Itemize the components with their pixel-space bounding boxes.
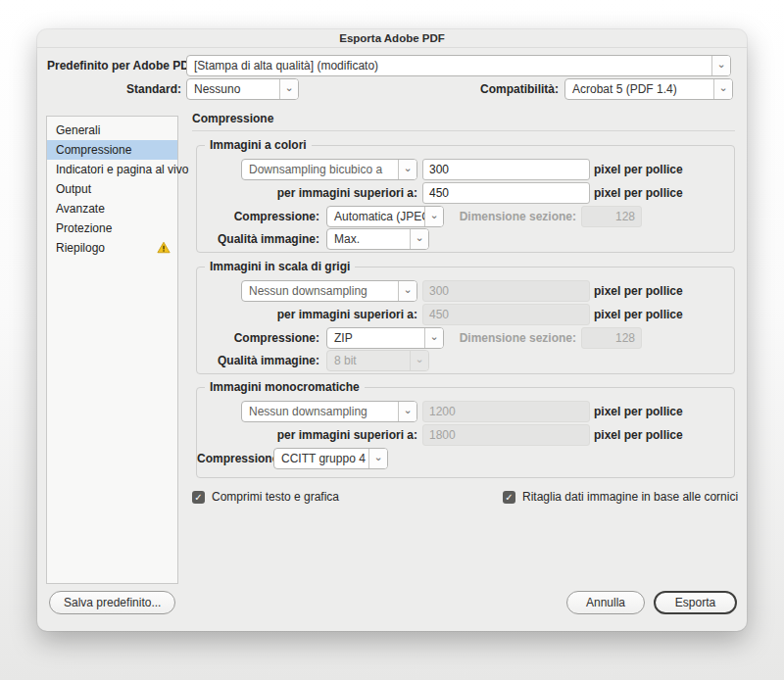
sidebar-item-compressione[interactable]: Compressione <box>47 140 177 160</box>
chevron-down-icon <box>279 79 298 99</box>
color-quality-select[interactable]: Max. <box>326 228 429 250</box>
gray-threshold-unit: pixel per pollice <box>594 304 683 325</box>
chevron-down-icon <box>711 56 730 75</box>
color-compression-select[interactable]: Automatica (JPEG) <box>326 206 444 227</box>
color-compression-label: Compressione: <box>197 206 319 227</box>
preset-select[interactable]: [Stampa di alta qualità] (modificato) <box>186 55 731 76</box>
gray-tile-size-label: Dimensione sezione: <box>432 327 576 349</box>
standard-select-value: Nessuno <box>187 79 279 99</box>
gray-quality-select: 8 bit <box>326 350 429 371</box>
checkbox-checked-icon[interactable] <box>192 491 205 504</box>
gray-quality-label: Qualità immagine: <box>197 350 319 371</box>
sidebar-item-indicatori[interactable]: Indicatori e pagina al vivo <box>47 160 177 179</box>
chevron-down-icon <box>410 229 428 249</box>
warning-icon <box>157 241 171 254</box>
mono-threshold-label: per immagini superiori a: <box>197 424 417 446</box>
export-pdf-dialog: Esporta Adobe PDF Predefinito per Adobe … <box>37 29 747 631</box>
chevron-down-icon <box>398 281 416 301</box>
crop-image-data-checkbox-row[interactable]: Ritaglia dati immagine in base alle corn… <box>503 490 738 504</box>
compress-text-checkbox-row[interactable]: Comprimi testo e grafica <box>192 490 339 504</box>
preset-select-value: [Stampa di alta qualità] (modificato) <box>187 56 711 75</box>
gray-compression-label: Compressione: <box>197 327 319 349</box>
heading-separator <box>192 130 735 131</box>
gray-threshold-input: 450 <box>422 304 590 325</box>
color-threshold-label: per immagini superiori a: <box>197 182 417 204</box>
gray-tile-size-input: 128 <box>581 327 642 349</box>
color-downsampling-select[interactable]: Downsampling bicubico a <box>241 159 417 180</box>
compress-text-label: Comprimi testo e grafica <box>212 490 339 504</box>
checkbox-checked-icon[interactable] <box>503 491 515 504</box>
chevron-down-icon <box>713 79 732 99</box>
sidebar-item-riepilogo[interactable]: Riepilogo <box>47 238 177 258</box>
save-preset-button[interactable]: Salva predefinito... <box>49 591 175 614</box>
standard-select[interactable]: Nessuno <box>186 78 299 100</box>
mono-threshold-unit: pixel per pollice <box>594 424 683 446</box>
chevron-down-icon <box>410 351 428 370</box>
panel-heading: Compressione <box>192 112 273 125</box>
gray-compression-select[interactable]: ZIP <box>326 327 444 349</box>
sidebar-item-avanzate[interactable]: Avanzate <box>47 199 177 219</box>
color-tile-size-label: Dimensione sezione: <box>432 206 576 227</box>
gray-resolution-unit: pixel per pollice <box>594 280 683 302</box>
compatibility-label: Compatibilità: <box>331 78 559 100</box>
mono-resolution-input: 1200 <box>422 401 590 422</box>
color-threshold-input[interactable]: 450 <box>422 182 590 204</box>
desktop-background: { "window": { "title": "Esporta Adobe PD… <box>0 0 784 680</box>
mono-compression-label: Compressione: <box>197 448 268 469</box>
sidebar-item-label: Riepilogo <box>56 241 105 255</box>
gray-images-legend: Immagini in scala di grigi <box>205 260 355 273</box>
gray-resolution-input: 300 <box>422 280 590 302</box>
gray-downsampling-select[interactable]: Nessun downsampling <box>241 280 417 302</box>
crop-image-data-label: Ritaglia dati immagine in base alle corn… <box>522 490 738 504</box>
mono-images-legend: Immagini monocromatiche <box>205 380 365 394</box>
color-tile-size-input: 128 <box>581 206 642 227</box>
color-threshold-unit: pixel per pollice <box>594 182 683 204</box>
cancel-button[interactable]: Annulla <box>566 591 645 614</box>
compatibility-select-value: Acrobat 5 (PDF 1.4) <box>565 79 713 99</box>
mono-downsampling-select[interactable]: Nessun downsampling <box>241 401 417 422</box>
color-resolution-input[interactable]: 300 <box>422 159 590 180</box>
color-quality-value: Max. <box>327 229 410 249</box>
chevron-down-icon <box>398 160 416 179</box>
standard-label: Standard: <box>47 78 181 100</box>
gray-quality-value: 8 bit <box>327 351 410 370</box>
color-images-legend: Immagini a colori <box>205 138 312 152</box>
settings-sidebar: Generali Compressione Indicatori e pagin… <box>46 116 178 584</box>
preset-label: Predefinito per Adobe PDF: <box>47 55 181 76</box>
gray-threshold-label: per immagini superiori a: <box>197 304 417 325</box>
mono-downsampling-value: Nessun downsampling <box>242 402 398 421</box>
color-compression-value: Automatica (JPEG) <box>327 207 424 226</box>
sidebar-item-generali[interactable]: Generali <box>47 121 177 140</box>
sidebar-item-output[interactable]: Output <box>47 179 177 199</box>
mono-images-group: Immagini monocromatiche Nessun downsampl… <box>196 387 735 478</box>
compatibility-select[interactable]: Acrobat 5 (PDF 1.4) <box>564 78 733 100</box>
gray-compression-value: ZIP <box>327 328 424 348</box>
sidebar-item-protezione[interactable]: Protezione <box>47 219 177 238</box>
color-quality-label: Qualità immagine: <box>197 228 319 250</box>
color-images-group: Immagini a colori Downsampling bicubico … <box>196 145 735 253</box>
chevron-down-icon <box>368 449 387 468</box>
color-resolution-unit: pixel per pollice <box>594 159 683 180</box>
mono-threshold-input: 1800 <box>422 424 590 446</box>
mono-compression-value: CCITT gruppo 4 <box>274 449 368 468</box>
export-button[interactable]: Esporta <box>654 591 737 614</box>
mono-compression-select[interactable]: CCITT gruppo 4 <box>273 448 388 469</box>
gray-images-group: Immagini in scala di grigi Nessun downsa… <box>196 267 735 374</box>
gray-downsampling-value: Nessun downsampling <box>242 281 398 301</box>
dialog-title: Esporta Adobe PDF <box>37 29 747 48</box>
mono-resolution-unit: pixel per pollice <box>594 401 683 422</box>
color-downsampling-value: Downsampling bicubico a <box>242 160 398 179</box>
chevron-down-icon <box>398 402 416 421</box>
